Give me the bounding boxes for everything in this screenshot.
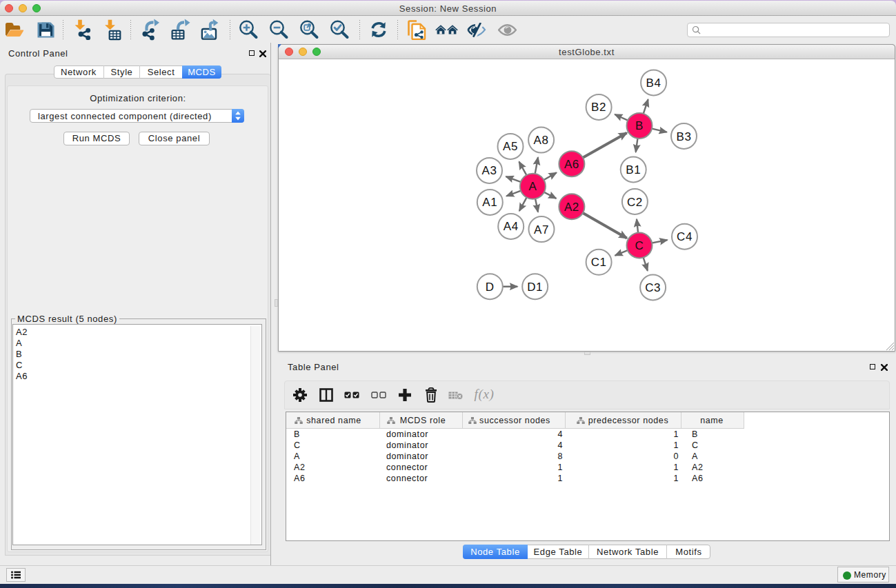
svg-text:B: B [635, 119, 644, 132]
svg-text:B3: B3 [677, 130, 692, 143]
svg-text:B2: B2 [591, 101, 606, 114]
svg-text:A6: A6 [564, 158, 579, 171]
svg-text:A: A [528, 180, 537, 193]
svg-text:C1: C1 [591, 256, 607, 269]
svg-text:C4: C4 [677, 230, 693, 243]
svg-text:A5: A5 [503, 140, 518, 153]
svg-text:C2: C2 [627, 196, 643, 209]
svg-text:B1: B1 [626, 163, 641, 176]
svg-text:C3: C3 [645, 281, 661, 294]
svg-text:B4: B4 [646, 77, 661, 90]
svg-text:C: C [635, 239, 644, 252]
svg-text:A8: A8 [534, 134, 549, 147]
svg-text:A4: A4 [504, 220, 519, 233]
svg-text:D: D [486, 281, 495, 294]
svg-text:A1: A1 [482, 196, 497, 209]
svg-text:A2: A2 [564, 201, 579, 214]
svg-text:A7: A7 [534, 223, 549, 236]
svg-text:A3: A3 [482, 164, 497, 177]
svg-text:D1: D1 [527, 281, 543, 294]
